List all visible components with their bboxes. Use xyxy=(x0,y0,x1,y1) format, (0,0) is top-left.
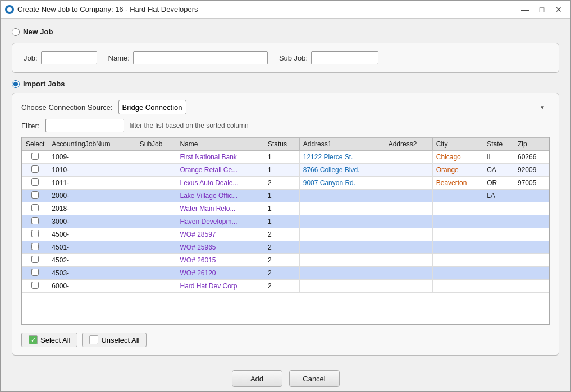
col-status: Status xyxy=(264,138,299,151)
row-city xyxy=(432,254,483,267)
row-subjob xyxy=(136,241,176,254)
row-checkbox[interactable] xyxy=(31,165,39,173)
maximize-button[interactable]: □ xyxy=(535,3,549,16)
col-address1: Address1 xyxy=(299,138,385,151)
row-name: WO# 28597 xyxy=(176,228,264,241)
subjob-label: Sub Job: xyxy=(279,54,308,62)
row-status: 2 xyxy=(264,280,299,293)
row-city: Beaverton xyxy=(432,177,483,190)
row-city xyxy=(432,215,483,228)
row-checkbox[interactable] xyxy=(31,191,39,199)
new-job-radio[interactable] xyxy=(12,28,20,36)
job-field-group: Job: xyxy=(24,51,97,64)
row-address1 xyxy=(299,215,385,228)
name-label: Name: xyxy=(108,54,130,62)
main-window: Create New Job to Company: 16 - Hard Hat… xyxy=(0,0,571,392)
row-checkbox-cell xyxy=(22,151,48,164)
row-state xyxy=(483,254,514,267)
row-city xyxy=(432,267,483,280)
row-name: WO# 25965 xyxy=(176,241,264,254)
import-jobs-radio[interactable] xyxy=(12,80,20,88)
row-checkbox-cell xyxy=(22,177,48,190)
row-checkbox[interactable] xyxy=(31,269,39,276)
row-checkbox-cell xyxy=(22,164,48,177)
connection-select-wrapper: Bridge Connection xyxy=(118,100,550,114)
row-status: 2 xyxy=(264,267,299,280)
filter-input[interactable] xyxy=(45,119,124,132)
row-state: IL xyxy=(483,151,514,164)
row-checkbox[interactable] xyxy=(31,230,39,237)
minimize-button[interactable]: — xyxy=(518,3,532,16)
row-checkbox[interactable] xyxy=(31,204,39,211)
row-checkbox[interactable] xyxy=(31,243,39,250)
row-checkbox-cell xyxy=(22,215,48,228)
row-subjob xyxy=(136,228,176,241)
filter-hint: filter the list based on the sorted colu… xyxy=(130,122,249,130)
row-job: 1011- xyxy=(48,177,136,190)
row-job: 2000- xyxy=(48,190,136,202)
row-job: 1009- xyxy=(48,151,136,164)
row-zip xyxy=(514,202,549,215)
select-all-label: Select All xyxy=(40,336,70,344)
row-checkbox-cell xyxy=(22,190,48,202)
table-header-row: Select AccountingJobNum SubJob Name Stat… xyxy=(22,138,549,151)
row-status: 1 xyxy=(264,190,299,202)
row-address2 xyxy=(385,228,432,241)
import-jobs-label: Import Jobs xyxy=(23,80,65,88)
row-job: 3000- xyxy=(48,215,136,228)
row-address2 xyxy=(385,215,432,228)
row-checkbox[interactable] xyxy=(31,256,39,263)
cancel-button[interactable]: Cancel xyxy=(289,370,340,387)
row-checkbox[interactable] xyxy=(31,217,39,224)
row-subjob xyxy=(136,177,176,190)
row-checkbox-cell xyxy=(22,254,48,267)
row-checkbox[interactable] xyxy=(31,178,39,186)
window-controls: — □ ✕ xyxy=(518,3,566,16)
close-button[interactable]: ✕ xyxy=(551,3,566,16)
table-row: 1009-First National Bank112122 Pierce St… xyxy=(22,151,549,164)
table-row: 4503-WO# 261202 xyxy=(22,267,549,280)
connection-select[interactable]: Bridge Connection xyxy=(118,100,186,114)
row-job: 2018- xyxy=(48,202,136,215)
job-input[interactable] xyxy=(41,51,97,64)
table-row: 1011-Lexus Auto Deale...29007 Canyon Rd.… xyxy=(22,177,549,190)
new-job-box: Job: Name: Sub Job: xyxy=(12,43,559,73)
row-zip xyxy=(514,241,549,254)
unselect-all-button[interactable]: Unselect All xyxy=(82,333,147,347)
import-jobs-radio-row: Import Jobs xyxy=(12,80,559,88)
jobs-table-body: 1009-First National Bank112122 Pierce St… xyxy=(22,151,549,293)
row-address2 xyxy=(385,254,432,267)
row-zip xyxy=(514,215,549,228)
row-state xyxy=(483,241,514,254)
row-status: 1 xyxy=(264,202,299,215)
table-row: 2000-Lake Village Offic...1LA xyxy=(22,190,549,202)
row-checkbox[interactable] xyxy=(31,282,39,289)
connection-label: Choose Connection Source: xyxy=(21,103,113,112)
table-row: 3000-Haven Developm...1 xyxy=(22,215,549,228)
name-input[interactable] xyxy=(133,51,268,64)
subjob-input[interactable] xyxy=(311,51,378,64)
row-address1: 9007 Canyon Rd. xyxy=(299,177,385,190)
row-city xyxy=(432,228,483,241)
row-status: 1 xyxy=(264,151,299,164)
add-button[interactable]: Add xyxy=(232,370,282,387)
job-label: Job: xyxy=(24,54,38,62)
new-job-label: New Job xyxy=(23,27,53,36)
row-address2 xyxy=(385,267,432,280)
row-city xyxy=(432,202,483,215)
window-title: Create New Job to Company: 16 - Hard Hat… xyxy=(17,5,518,13)
col-zip: Zip xyxy=(514,138,549,151)
row-subjob xyxy=(136,202,176,215)
row-state: LA xyxy=(483,190,514,202)
row-job: 4501- xyxy=(48,241,136,254)
row-subjob xyxy=(136,164,176,177)
col-name: Name xyxy=(176,138,264,151)
connection-row: Choose Connection Source: Bridge Connect… xyxy=(21,100,550,114)
row-address1: 12122 Pierce St. xyxy=(299,151,385,164)
row-name: Haven Developm... xyxy=(176,215,264,228)
row-status: 2 xyxy=(264,228,299,241)
row-checkbox[interactable] xyxy=(31,153,39,160)
jobs-table-container: Select AccountingJobNum SubJob Name Stat… xyxy=(21,137,550,325)
col-city: City xyxy=(432,138,483,151)
select-all-button[interactable]: ✓ Select All xyxy=(21,333,77,347)
